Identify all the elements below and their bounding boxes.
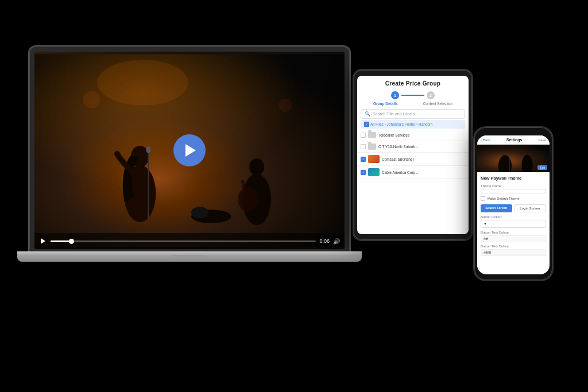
item-4-checkbox[interactable] (361, 170, 366, 175)
svg-point-6 (146, 146, 151, 153)
video-thumbnail (368, 168, 380, 176)
list-item[interactable]: Cable America Corp... (357, 166, 469, 179)
button-text-colour-label-2: Button Text Colour (481, 244, 546, 248)
tablet-breadcrumb: All Files › Johanna's Folder › Random (361, 120, 465, 129)
progress-play-icon[interactable] (39, 237, 47, 245)
svg-point-8 (249, 158, 264, 176)
item-1-checkbox[interactable] (361, 133, 366, 138)
tablet-content-list: Telecaller Services C T Y13-North Suburb… (357, 129, 469, 234)
volume-icon[interactable]: 🔊 (333, 238, 340, 244)
tablet: Create Price Group 1 2 Group Details Con… (353, 69, 473, 241)
tablet-screen: Create Price Group 1 2 Group Details Con… (357, 76, 469, 234)
phone: ‹ Back Settings Save (473, 126, 554, 281)
tablet-ui: Create Price Group 1 2 Group Details Con… (357, 76, 469, 234)
phone-back-button[interactable]: ‹ Back (481, 138, 490, 142)
progress-track[interactable] (51, 240, 316, 242)
button-colour-label: Button Colour (481, 215, 546, 219)
phone-video-thumbnail: Edit (477, 145, 550, 172)
item-2-checkbox[interactable] (361, 144, 366, 149)
phone-notch (502, 130, 525, 134)
search-placeholder: Search Title and Labels... (373, 112, 418, 116)
item-3-label: Comcast Sportsnet (382, 157, 413, 161)
list-item[interactable]: C T Y13-North Suburb... (357, 141, 469, 153)
folder-icon (368, 132, 376, 138)
scene: 0:06 🔊 Create Price Group 1 2 (0, 0, 588, 392)
phone-title: Settings (506, 138, 523, 142)
laptop-base (17, 251, 362, 262)
button-text-colour-value-2: #8f8f (481, 249, 546, 256)
svg-point-14 (191, 207, 208, 218)
phone-video-overlay: Edit (537, 165, 547, 170)
svg-point-11 (83, 91, 100, 108)
phone-save-button[interactable]: Save (538, 138, 546, 142)
default-theme-checkbox[interactable] (481, 196, 485, 201)
step-2-dot: 2 (427, 91, 435, 99)
svg-point-12 (278, 99, 292, 112)
svg-point-2 (97, 60, 188, 105)
laptop-bezel: 0:06 🔊 (29, 46, 350, 253)
breadcrumb-text: All Files › Johanna's Folder › Random (370, 122, 433, 126)
item-2-label: C T Y13-North Suburb... (378, 145, 419, 149)
item-1-label: Telecaller Services (378, 133, 409, 137)
laptop: 0:06 🔊 (29, 46, 362, 287)
button-text-colour-value: #fff (481, 235, 546, 242)
splash-screen-button[interactable]: Splash Screen (481, 204, 512, 212)
svg-point-17 (502, 155, 509, 163)
list-item[interactable]: Telecaller Services (357, 130, 469, 141)
svg-point-20 (524, 154, 530, 161)
phone-ui: ‹ Back Settings Save (477, 135, 550, 274)
phone-header: ‹ Back Settings Save (477, 135, 550, 145)
tablet-title: Create Price Group (357, 76, 469, 89)
folder-icon (368, 143, 376, 150)
progress-time: 0:06 (319, 238, 330, 244)
screen-type-buttons: Splash Screen Login Screen (481, 204, 546, 212)
play-button[interactable] (173, 134, 206, 166)
video-progress-bar: 0:06 🔊 (34, 233, 345, 249)
video-thumbnail (368, 155, 380, 163)
tablet-body: Create Price Group 1 2 Group Details Con… (353, 69, 473, 241)
default-theme-row: Make Default Theme (481, 196, 546, 201)
button-text-colour-label: Button Text Colour (481, 231, 546, 234)
default-theme-label: Make Default Theme (488, 197, 520, 200)
step-1-label: Group Details (373, 102, 398, 106)
search-icon: 🔍 (365, 111, 370, 117)
step-line (401, 95, 424, 96)
button-colour-input[interactable]: ▼ (481, 220, 546, 228)
phone-section-title: New Paywall Theme (481, 176, 546, 181)
tablet-steps: 1 2 (357, 89, 469, 102)
item-4-label: Cable America Corp... (382, 170, 419, 174)
step-1-dot: 1 (391, 91, 399, 99)
tablet-search-box[interactable]: 🔍 Search Title and Labels... (361, 109, 465, 119)
item-3-checkbox[interactable] (361, 157, 366, 162)
phone-body: ‹ Back Settings Save (473, 126, 554, 281)
laptop-video: 0:06 🔊 (34, 52, 345, 249)
breadcrumb-checkbox[interactable] (364, 122, 369, 127)
login-screen-button[interactable]: Login Screen (514, 204, 547, 212)
laptop-screen: 0:06 🔊 (34, 52, 345, 249)
theme-name-label: Theme Name (481, 184, 546, 188)
theme-name-input[interactable] (481, 189, 546, 193)
progress-fill (51, 240, 72, 242)
list-item[interactable]: Comcast Sportsnet (357, 153, 469, 166)
phone-screen: ‹ Back Settings Save (477, 135, 550, 274)
step-labels: Group Details Content Selection (357, 102, 469, 108)
step-2-label: Content Selection (423, 102, 452, 106)
phone-content: New Paywall Theme Theme Name Make Defaul… (477, 172, 550, 274)
